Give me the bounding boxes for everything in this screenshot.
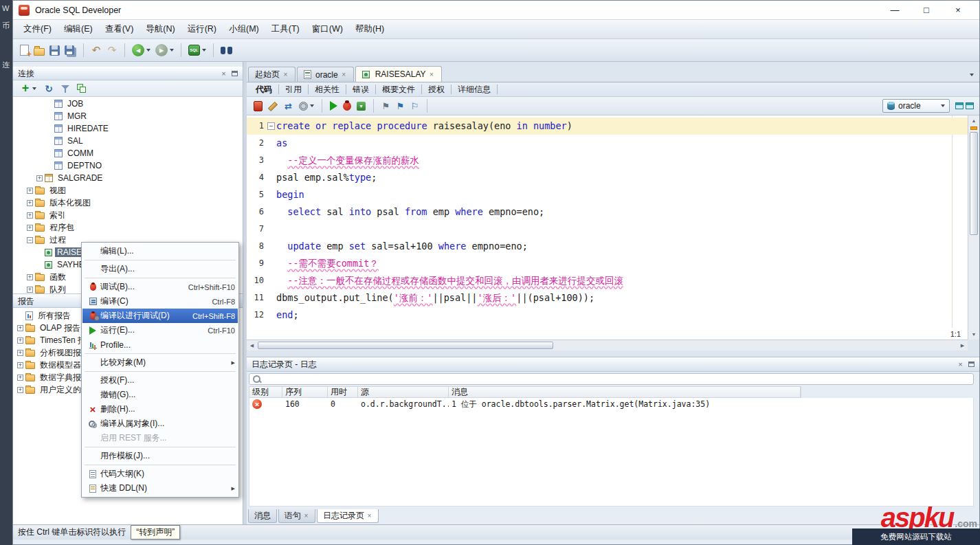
dropdown-arrow-icon[interactable] xyxy=(202,49,206,52)
log-tab-messages[interactable]: 消息 xyxy=(248,509,277,523)
view-tab-profiles[interactable]: 概要文件 xyxy=(376,85,422,94)
log-column-header-3[interactable]: 源 xyxy=(358,387,449,397)
code-line[interactable]: 10 --注意：一般不在存储过程或存储函数中提交和回滚，由调用者来进行提交或回滚 xyxy=(247,272,968,289)
connection-item-comm[interactable]: COMM xyxy=(13,147,243,159)
undo-button[interactable] xyxy=(89,43,103,57)
find-db-object-button[interactable] xyxy=(219,45,234,56)
context-menu-item-quick-ddl[interactable]: 快速 DDL(N) xyxy=(82,481,238,496)
maximize-button[interactable]: □ xyxy=(911,1,942,19)
expand-expander-icon[interactable] xyxy=(27,188,33,194)
dropdown-arrow-icon[interactable] xyxy=(32,87,36,90)
add-connection-button[interactable] xyxy=(19,82,38,95)
minimize-button[interactable]: — xyxy=(879,1,911,19)
scroll-right-icon[interactable] xyxy=(957,340,968,351)
run-button[interactable] xyxy=(328,100,339,112)
synchronize-button[interactable] xyxy=(282,100,295,112)
code-line[interactable]: 4psal emp.sal%type; xyxy=(247,169,968,186)
view-tab-dependencies[interactable]: 相关性 xyxy=(309,85,346,94)
context-menu-item-use-as-template[interactable]: 用作模板(J)... xyxy=(82,449,238,463)
collapse-expander-icon[interactable] xyxy=(27,237,33,243)
tab-start-page[interactable]: 起始页 xyxy=(248,67,296,82)
bookmark-button[interactable] xyxy=(380,99,392,113)
context-menu-item-drop[interactable]: 删除(H)... xyxy=(82,402,238,416)
save-all-button[interactable] xyxy=(63,44,78,56)
connection-item-versioned-views[interactable]: 版本化视图 xyxy=(13,197,243,209)
context-menu-item-revoke[interactable]: 撤销(G)... xyxy=(82,388,238,402)
maximize-panel-icon[interactable] xyxy=(966,102,974,109)
compile-button[interactable] xyxy=(252,100,264,113)
connection-selector[interactable]: oracle xyxy=(882,99,950,113)
close-tab-icon[interactable] xyxy=(429,71,435,78)
debug-button[interactable] xyxy=(342,100,353,112)
log-row[interactable]: 1600o.d.r.backgroundT...1 位于 oracle.dbto… xyxy=(249,398,973,410)
menu-run[interactable]: 运行(R) xyxy=(181,21,223,37)
tab-raisesalay[interactable]: RAISESALAY xyxy=(355,66,442,82)
close-tab-icon[interactable] xyxy=(341,71,347,78)
collapse-all-button[interactable] xyxy=(76,82,87,94)
settings-button[interactable] xyxy=(298,100,315,112)
context-menu-item-profile[interactable]: Profile... xyxy=(82,337,238,352)
expand-expander-icon[interactable] xyxy=(27,287,33,293)
code-line[interactable]: 8 update emp set sal=sal+100 where empno… xyxy=(247,238,968,255)
log-column-header-4[interactable]: 消息 xyxy=(449,387,801,397)
close-tab-icon[interactable] xyxy=(366,512,372,520)
error-marker[interactable] xyxy=(970,126,977,130)
dropdown-arrow-icon[interactable] xyxy=(146,49,151,52)
menu-tools[interactable]: 工具(T) xyxy=(265,21,306,37)
forward-button[interactable] xyxy=(154,43,175,58)
connection-item-indexes[interactable]: 索引 xyxy=(13,209,243,221)
scroll-down-icon[interactable] xyxy=(968,329,979,340)
panel-restore-icon[interactable] xyxy=(968,362,975,367)
code-line[interactable]: 3 --定义一个变量保存涨前的薪水 xyxy=(247,152,968,169)
edit-button[interactable] xyxy=(267,100,279,112)
context-menu-item-compile-dependents[interactable]: 编译从属对象(I)... xyxy=(82,416,238,431)
close-tab-icon[interactable] xyxy=(282,71,289,78)
vertical-scroll-thumb[interactable] xyxy=(970,132,978,235)
code-line[interactable]: 11dbms_output.put_line('涨前：'||psal||'涨后：… xyxy=(247,289,968,307)
context-menu-item-run[interactable]: 运行(E)...Ctrl-F10 xyxy=(82,323,238,337)
fold-toggle-icon[interactable] xyxy=(266,118,276,135)
sql-worksheet-button[interactable] xyxy=(187,43,208,57)
context-menu-item-compile-for-debug[interactable]: 编译以进行调试(D)Ctrl+Shift-F8 xyxy=(82,309,238,323)
expand-expander-icon[interactable] xyxy=(17,350,23,356)
tab-oracle[interactable]: oracle xyxy=(297,67,354,82)
menu-edit[interactable]: 编辑(E) xyxy=(58,21,99,37)
log-column-header-0[interactable]: 级别 xyxy=(249,387,282,397)
menu-view[interactable]: 查看(V) xyxy=(99,21,140,37)
new-file-button[interactable] xyxy=(19,43,30,57)
refresh-button[interactable] xyxy=(43,82,55,95)
expand-expander-icon[interactable] xyxy=(17,325,23,331)
next-bookmark-button[interactable] xyxy=(394,99,406,113)
apply-filter-button[interactable] xyxy=(60,82,71,95)
code-line[interactable]: 5begin xyxy=(247,186,968,203)
view-tab-grants[interactable]: 授权 xyxy=(422,85,452,94)
code-line[interactable]: 7 xyxy=(247,221,968,238)
expand-expander-icon[interactable] xyxy=(27,212,33,219)
save-button[interactable] xyxy=(48,44,61,57)
panel-restore-icon[interactable] xyxy=(232,71,238,76)
log-filter-input[interactable] xyxy=(265,375,970,384)
restore-panel-icon[interactable] xyxy=(955,102,964,109)
connection-item-mgr[interactable]: MGR xyxy=(13,110,243,122)
close-tab-icon[interactable] xyxy=(303,512,309,520)
expand-expander-icon[interactable] xyxy=(17,387,23,393)
back-button[interactable] xyxy=(131,43,152,58)
close-button[interactable]: × xyxy=(942,1,974,19)
context-menu-item-code-outline[interactable]: 代码大纲(K) xyxy=(82,467,238,481)
connection-item-hiredate[interactable]: HIREDATE xyxy=(13,122,243,135)
view-tab-details[interactable]: 详细信息 xyxy=(452,85,498,94)
context-menu-item-compile[interactable]: 编译(C)Ctrl-F8 xyxy=(82,294,238,309)
context-menu-item-export[interactable]: 导出(A)... xyxy=(82,262,238,276)
dropdown-arrow-icon[interactable] xyxy=(170,49,174,52)
code-editor[interactable]: 1create or replace procedure raisesalay(… xyxy=(247,115,968,328)
expand-expander-icon[interactable] xyxy=(27,225,33,231)
connection-item-job[interactable]: JOB xyxy=(13,98,243,110)
panel-close-icon[interactable] xyxy=(219,69,228,78)
vertical-scrollbar[interactable] xyxy=(968,115,979,340)
log-column-header-1[interactable]: 序列 xyxy=(282,387,328,397)
connection-item-salgrade[interactable]: SALGRADE xyxy=(13,172,243,184)
scroll-left-icon[interactable] xyxy=(247,340,257,351)
menu-file[interactable]: 文件(F) xyxy=(17,21,58,37)
dropdown-arrow-icon[interactable] xyxy=(310,104,314,107)
log-tab-statements[interactable]: 语句 xyxy=(278,509,315,523)
